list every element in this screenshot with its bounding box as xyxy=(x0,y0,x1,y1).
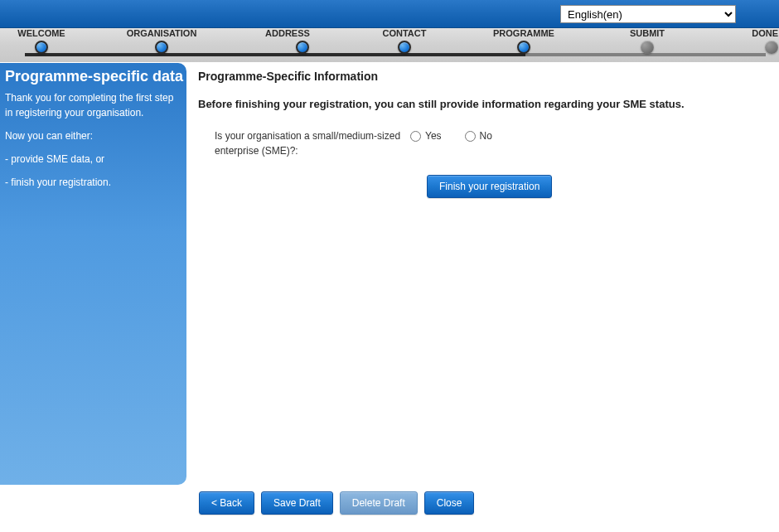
save-draft-button[interactable]: Save Draft xyxy=(261,491,333,515)
step-dot-icon xyxy=(155,41,168,54)
step-contact[interactable]: CONTACT xyxy=(380,28,429,54)
sme-no-option[interactable]: No xyxy=(465,130,492,142)
sidebar-title: Programme-specific data xyxy=(5,68,181,85)
sidebar-text: Now you can either: xyxy=(5,128,181,143)
step-label: ADDRESS xyxy=(263,28,312,38)
top-bar: English(en) xyxy=(0,0,779,28)
sidebar-text: - finish your registration. xyxy=(5,175,181,190)
sme-question-label: Is your organisation a small/medium-size… xyxy=(198,128,410,158)
step-label: ORGANISATION xyxy=(124,28,199,38)
back-button[interactable]: < Back xyxy=(199,491,254,515)
step-address[interactable]: ADDRESS xyxy=(263,28,312,54)
sme-yes-option[interactable]: Yes xyxy=(410,130,442,142)
sme-no-radio[interactable] xyxy=(465,131,476,142)
radio-label: Yes xyxy=(425,130,442,142)
step-label: PROGRAMME xyxy=(491,28,557,38)
step-label: SUBMIT xyxy=(627,28,668,38)
step-welcome[interactable]: WELCOME xyxy=(8,28,75,54)
step-dot-icon xyxy=(296,41,309,54)
step-dot-icon xyxy=(517,41,530,54)
sme-question-row: Is your organisation a small/medium-size… xyxy=(198,128,769,158)
language-select[interactable]: English(en) xyxy=(560,5,736,23)
step-organisation[interactable]: ORGANISATION xyxy=(124,28,199,54)
page-subtitle: Before finishing your registration, you … xyxy=(198,98,769,110)
step-label: WELCOME xyxy=(8,28,75,38)
radio-label: No xyxy=(480,130,492,142)
finish-registration-button[interactable]: Finish your registration xyxy=(427,175,552,198)
step-dot-icon xyxy=(765,41,778,54)
content-area: Programme-Specific Information Before fi… xyxy=(186,63,779,485)
sme-yes-radio[interactable] xyxy=(410,131,421,142)
sidebar: Programme-specific data Thank you for co… xyxy=(0,63,186,485)
step-dot-icon xyxy=(35,41,48,54)
step-submit[interactable]: SUBMIT xyxy=(627,28,668,54)
step-label: CONTACT xyxy=(380,28,429,38)
stepper: WELCOME ORGANISATION ADDRESS CONTACT PRO… xyxy=(0,28,779,63)
footer-buttons: < Back Save Draft Delete Draft Close xyxy=(0,485,779,515)
step-done[interactable]: DONE xyxy=(737,28,778,54)
close-button[interactable]: Close xyxy=(424,491,475,515)
sidebar-text: - provide SME data, or xyxy=(5,152,181,167)
step-label: DONE xyxy=(737,28,778,38)
sidebar-text: Thank you for completing the first step … xyxy=(5,90,181,120)
step-dot-icon xyxy=(398,41,411,54)
step-programme[interactable]: PROGRAMME xyxy=(491,28,557,54)
delete-draft-button[interactable]: Delete Draft xyxy=(340,491,418,515)
page-title: Programme-Specific Information xyxy=(198,70,769,83)
step-dot-icon xyxy=(641,41,654,54)
